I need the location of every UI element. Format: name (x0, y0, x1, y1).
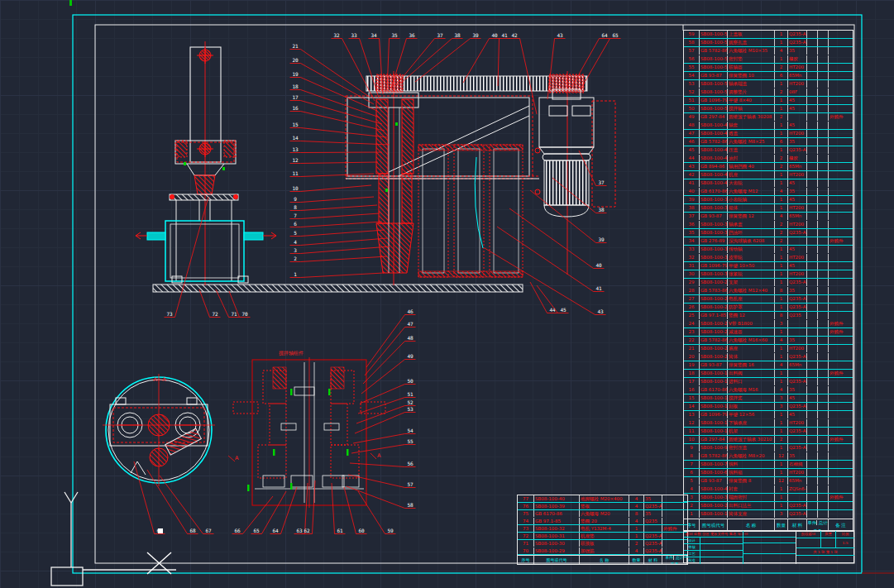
bom-cell: HT200 (788, 64, 807, 71)
bom-cell: 35 (788, 337, 807, 344)
bom-cell: 1 (775, 204, 788, 212)
bom-row: 72SB08-100-31机座垫1Q235-A (518, 533, 687, 540)
leader-line (290, 78, 378, 112)
bom-cell: 底座 (728, 345, 775, 352)
bom-cell: SB08-100-56 (700, 55, 728, 63)
drum-sections (418, 145, 523, 277)
bom-cell: 36 (684, 221, 700, 228)
bom-cell: SB08-100-35 (700, 229, 728, 237)
bom-cell: 外购件 (829, 328, 853, 336)
bom-cell (807, 237, 818, 245)
bom-cell: HT200 (788, 345, 807, 352)
bom-cell: 筒体 (728, 353, 775, 361)
bom-cell: 1 (775, 345, 788, 352)
callout-number: 67 (205, 528, 212, 533)
bom-row: 35SB08-100-35挡油环2Q235-A (684, 229, 853, 237)
bom-cell: 51 (684, 97, 700, 104)
bom-cell (829, 204, 853, 212)
bom-cell: 2 (775, 436, 788, 443)
bom-cell: 1 (775, 411, 788, 418)
bom-cell (829, 295, 853, 303)
bom-cell: 17 (684, 378, 700, 385)
sheet-info: 共 1 张 第 1 张 (796, 548, 854, 556)
bom-cell: 76 (518, 503, 534, 509)
nozzle-left (147, 232, 165, 240)
bom-cell (807, 287, 818, 294)
bom-cell (818, 237, 829, 245)
bom-cell: GB 1096-79 (700, 262, 728, 270)
gear-motor (535, 89, 615, 217)
bom-cell: 密封垫 (728, 55, 775, 63)
bom-cell (829, 345, 853, 352)
bom-cell (829, 386, 853, 394)
bom-cell: Q235 (788, 312, 807, 319)
parts-list-table[interactable]: 59SB08-100-59上盖板1Q235-A58SB08-100-58观察孔盖… (683, 30, 853, 532)
bom-cell: 35 (644, 495, 662, 502)
bom-cell: SB08-100-12 (700, 419, 728, 427)
bom-cell: 六角螺栓 M8×20 (728, 452, 775, 460)
bom-cell: 1 (775, 262, 788, 270)
bom-cell (644, 525, 662, 532)
callout-number: 10 (292, 185, 299, 191)
leader-line (415, 39, 481, 83)
bom-cell (829, 254, 853, 261)
bom-cell: SB08-100-4 (700, 485, 728, 493)
bom-cell: GB 5782-86 (700, 337, 728, 344)
bom-cell: Q235-A (788, 229, 807, 237)
bom-cell (829, 502, 853, 509)
bom-cell: SB08-100-1 (700, 510, 728, 518)
bom-row: 2SB08-100-2出料口法兰1Q235-A (684, 502, 853, 510)
bom-cell: SB08-100-50 (700, 105, 728, 112)
bom-cell: 21 (684, 345, 700, 352)
callout-number: 19 (292, 71, 299, 77)
bom-cell: 4 (684, 485, 700, 493)
bom-cell: 1 (775, 179, 788, 187)
bom-cell: 57 (684, 47, 700, 55)
section-aa-view[interactable] (103, 374, 215, 486)
bom-cell: SB08-100-58 (700, 39, 728, 46)
bom-cell (829, 353, 853, 361)
callout-number: 65 (253, 528, 260, 533)
selection-grip[interactable] (158, 528, 163, 533)
bom-cell: 6 (775, 72, 788, 79)
bom-cell: Q235-A (788, 279, 807, 286)
callout-number: 72 (212, 311, 218, 317)
bom-cell (807, 105, 818, 112)
bom-cell (818, 97, 829, 104)
bom-cell: 1 (775, 146, 788, 154)
bom-cell (829, 39, 853, 46)
bom-cell: SB08-100-30 (700, 270, 728, 278)
bom-cell: 4 (629, 495, 644, 502)
col-remark: 备 注 (829, 519, 853, 531)
bom-cell: 45 (684, 146, 700, 154)
bom-cell: HT200 (788, 171, 807, 179)
bom-cell: GB 5782-86 (700, 452, 728, 460)
main-section-view[interactable] (346, 71, 615, 285)
bom-row: 22GB 5782-86六角螺栓 M16×60435 (684, 337, 853, 345)
bom-cell (807, 155, 818, 162)
bom-cell: 35 (788, 138, 807, 146)
bom-cell: 38 (684, 204, 700, 212)
bom-cell: Q235-A (788, 353, 807, 361)
bom-cell (818, 477, 829, 485)
lower-section-view[interactable] (233, 357, 385, 508)
callout-number: 62 (304, 528, 310, 533)
bom-cell (807, 270, 818, 278)
bom-cell: 15 (684, 394, 700, 402)
leader-line (165, 197, 209, 318)
bom-cell: 2 (775, 221, 788, 228)
bom-cell: 48 (684, 122, 700, 129)
bom-cell (829, 47, 853, 55)
secondary-parts-list-table[interactable]: 77SB08-100-40地脚螺栓 M20×40043576SB08-100-3… (517, 495, 688, 565)
bom-cell: 传动轴 (728, 246, 775, 253)
cad-canvas[interactable]: A—A 搅拌轴组件 A A 73727170212019181716151413… (0, 0, 894, 588)
bom-cell: Q235-A (788, 295, 807, 303)
bom-cell: 轴承端盖 (728, 80, 775, 88)
bom-cell: 4 (775, 361, 788, 369)
bom-cell: 72 (518, 533, 534, 539)
callout-number: 53 (407, 406, 414, 412)
bom-cell: 4 (629, 547, 644, 554)
bom-cell: 45 (788, 97, 807, 104)
bom-cell: 1 (775, 270, 788, 278)
bom-cell: 六角螺母 M12 (728, 188, 775, 195)
